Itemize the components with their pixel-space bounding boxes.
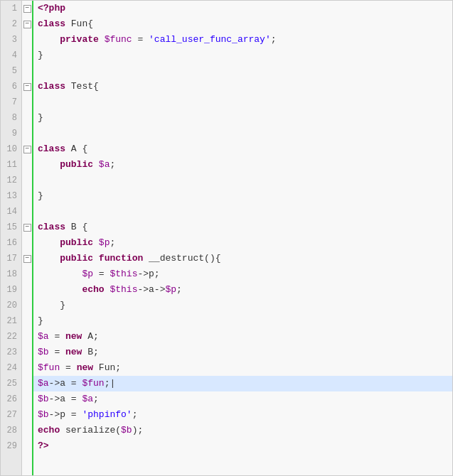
code-line: $a->a = $fun;| [33,376,452,391]
fold-button[interactable]: − [23,21,31,28]
code-line: $fun = new Fun; [33,360,452,376]
fold-button[interactable]: − [23,224,31,232]
code-token: $fun [82,376,104,391]
code-token: } [38,48,43,63]
code-token: class [38,220,65,235]
fold-cell [22,266,32,282]
line-number: 1 [1,1,21,16]
code-token: Fun; [93,360,121,376]
code-token: Test{ [65,79,99,94]
code-line [33,63,452,79]
fold-cell [22,329,32,345]
line-number: 2 [1,16,21,32]
code-token: class [38,16,65,32]
fold-cell [22,282,32,298]
code-token: ; [271,32,277,48]
fold-cell: − [22,220,32,235]
code-line: public $a; [33,157,452,173]
code-line: } [33,313,452,329]
fold-cell [22,391,32,407]
fold-button[interactable]: − [23,255,31,263]
code-line: echo serialize($b); [33,423,452,438]
line-number: 13 [1,188,21,204]
fold-cell [22,360,32,376]
line-number: 3 [1,32,21,48]
code-line: } [33,188,452,204]
code-line: $p = $this->p; [33,266,452,282]
code-line: } [33,110,452,126]
code-token: ->a-> [137,282,165,298]
line-number: 28 [1,423,21,438]
fold-button[interactable]: − [23,146,31,153]
code-token [93,157,99,173]
code-line: $b->p = 'phpinfo'; [33,407,452,423]
line-number: 25 [1,376,21,391]
code-token: A; [82,329,98,345]
code-token: echo [82,282,104,298]
line-number: 23 [1,345,21,360]
code-token: ->p; [137,266,159,282]
line-number: 10 [1,141,21,157]
code-token: $a [99,157,110,173]
code-token: $func [105,32,132,48]
code-line [33,94,452,110]
line-number: 29 [1,438,21,454]
code-token: public [60,157,93,173]
fold-cell: − [22,251,32,266]
code-line [33,204,452,220]
code-token: <?php [38,1,65,16]
code-token: $a [82,391,93,407]
fold-cell [22,376,32,391]
code-token: echo [38,423,60,438]
code-line: } [33,48,452,63]
fold-cell [22,63,32,79]
fold-button[interactable]: − [23,5,31,13]
code-token: } [60,298,65,313]
code-line: ?> [33,438,452,454]
code-token: = [132,32,149,48]
code-token: A { [65,141,87,157]
fold-cell [22,188,32,204]
line-number: 24 [1,360,21,376]
code-line: class Fun{ [33,16,452,32]
code-token: ; [110,157,115,173]
fold-cell [22,173,32,188]
code-token: $this [110,282,137,298]
code-token [99,32,105,48]
code-token: public [60,235,93,251]
code-token: $p [165,282,176,298]
fold-cell [22,94,32,110]
code-token: B { [65,220,87,235]
code-line: echo $this->a->$p; [33,282,452,298]
code-editor: 1234567891011121314151617181920212223242… [0,0,453,476]
code-token [93,235,99,251]
fold-cell: − [22,141,32,157]
line-number: 27 [1,407,21,423]
code-token: = [60,360,76,376]
line-numbers: 1234567891011121314151617181920212223242… [1,1,22,475]
code-line: class Test{ [33,79,452,94]
code-token: $b [38,391,49,407]
code-token: new [65,329,82,345]
line-number: 22 [1,329,21,345]
code-token [93,251,99,266]
code-area[interactable]: <?phpclass Fun{ private $func = 'call_us… [33,1,452,475]
code-token: $b [38,345,49,360]
code-token: $this [110,266,137,282]
code-token: ; [110,235,115,251]
line-number: 6 [1,79,21,94]
fold-button[interactable]: − [23,83,31,91]
fold-cell [22,423,32,438]
code-token: = [93,266,110,282]
code-token: ->p = [49,407,82,423]
code-token [105,282,110,298]
code-line [33,173,452,188]
fold-gutter: −−−−−− [22,1,33,475]
code-line: } [33,298,452,313]
code-token: new [77,360,93,376]
fold-cell [22,438,32,454]
line-number: 16 [1,235,21,251]
line-number: 5 [1,63,21,79]
code-line: private $func = 'call_user_func_array'; [33,32,452,48]
line-number: 21 [1,313,21,329]
